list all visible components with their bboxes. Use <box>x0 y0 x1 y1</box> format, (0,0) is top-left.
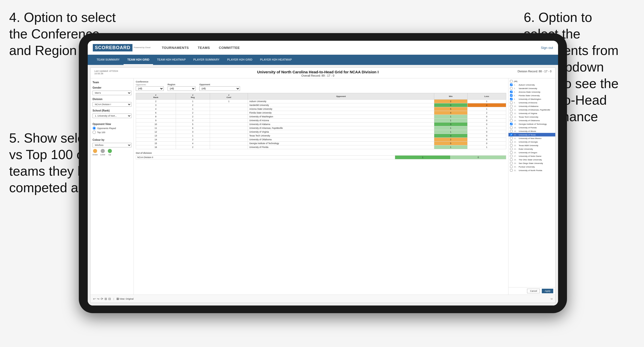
list-item[interactable]: 13.Texas Tech University <box>508 115 555 119</box>
cell-win: 0 <box>434 103 467 107</box>
cell-conf <box>210 130 248 134</box>
cell-reg: 3 <box>176 119 210 122</box>
cell-reg: 1 <box>176 107 210 111</box>
cell-conf <box>210 111 248 115</box>
list-item[interactable]: 6.Florida State University <box>508 94 555 97</box>
list-item[interactable]: 8.University of Washington <box>508 97 555 101</box>
cell-conf: 1 <box>210 100 248 103</box>
division-select[interactable]: NCAA Division I <box>93 102 131 107</box>
list-item[interactable]: 18.University of Illinois <box>508 129 555 133</box>
dropdown-list[interactable]: (All)2.Auburn University3.Vanderbilt Uni… <box>508 78 555 287</box>
cell-win: 1 <box>434 130 467 134</box>
cell-rank: 12 <box>136 130 176 134</box>
list-item[interactable]: 16.University of Florida <box>508 126 555 129</box>
cell-opponent: Arizona State University <box>248 107 434 111</box>
cell-rank: 8 <box>136 115 176 119</box>
cell-reg: 1 <box>176 134 210 138</box>
table-row: 13 1 Texas Tech University 3 0 <box>136 134 506 138</box>
paste-icon[interactable]: ⊟ <box>108 297 111 301</box>
refresh-icon[interactable]: ⟳ <box>101 297 103 301</box>
list-item[interactable]: 30.Purdue University <box>508 165 555 169</box>
colour-by-select[interactable]: Win/loss <box>93 143 131 147</box>
list-item[interactable]: 10.University of Alabama <box>508 104 555 108</box>
cell-conf <box>210 122 248 126</box>
h2h-table: #Rank #Reg #Conf Opponent Win Loss 2 1 <box>136 93 506 149</box>
cancel-button[interactable]: Cancel <box>527 289 540 293</box>
gender-select[interactable]: Men's <box>93 91 131 95</box>
school-label: School (Rank) <box>93 109 131 112</box>
colour-legend: Down Level Up <box>93 149 131 156</box>
cell-win: 1 <box>434 145 467 149</box>
copy-icon[interactable]: ⊞ <box>104 297 107 301</box>
list-item[interactable]: 4.Arizona State University <box>508 90 555 94</box>
team-label: Team <box>93 81 131 84</box>
radio-top-100[interactable]: Top 100 <box>93 131 131 134</box>
list-item[interactable]: 2.Auburn University <box>508 83 555 87</box>
school-select[interactable]: 1. University of Nort... <box>93 114 131 118</box>
table-row: 8 2 University of Washington 1 0 <box>136 115 506 119</box>
list-item[interactable]: 27.University of Notre Dame <box>508 154 555 158</box>
div-win: 1 <box>395 156 451 159</box>
col-opponent: Opponent <box>248 93 434 100</box>
region-select[interactable]: (All) <box>168 86 196 91</box>
col-rank: #Rank <box>136 93 176 100</box>
cell-win: 5 <box>434 107 467 111</box>
nav-teams[interactable]: TEAMS <box>198 46 210 50</box>
dashboard-title: University of North Carolina Head-to-Hea… <box>257 70 379 74</box>
cell-loss: 0 <box>467 119 506 122</box>
last-updated: Last Updated: 4/7/202416:55:38 <box>94 70 118 75</box>
cell-rank: 14 <box>136 138 176 142</box>
cell-rank: 9 <box>136 119 176 122</box>
apply-button[interactable]: Apply <box>542 289 553 293</box>
cell-loss: 1 <box>467 100 506 103</box>
undo-icon[interactable]: ↩ <box>93 297 96 301</box>
table-row: 10 5 University of Alabama 3 0 <box>136 122 506 126</box>
nav-tournaments[interactable]: TOURNAMENTS <box>162 46 189 50</box>
opponent-select[interactable]: (All) <box>199 86 240 91</box>
cell-opponent: Texas Tech University <box>248 134 434 138</box>
cell-loss: 0 <box>467 130 506 134</box>
list-item[interactable]: 12.University of Virginia <box>508 112 555 115</box>
list-item[interactable]: 31.University of North Florida <box>508 169 555 172</box>
legend-up-label: Up <box>108 154 111 156</box>
subnav-player-h2h-grid[interactable]: PLAYER H2H GRID <box>223 55 256 65</box>
list-item[interactable]: 24.Duke University <box>508 147 555 151</box>
subnav-team-h2h-heatmap[interactable]: TEAM H2H HEATMAP <box>153 55 189 65</box>
sign-out-button[interactable]: Sign out <box>541 46 553 50</box>
list-item[interactable]: 3.Vanderbilt University <box>508 87 555 90</box>
list-item[interactable]: 22.University of Georgia <box>508 140 555 144</box>
cell-reg: 2 <box>176 138 210 142</box>
list-item[interactable]: 11.University of Arkansas, Fayetteville <box>508 108 555 112</box>
table-row: 6 2 Florida State University 4 2 <box>136 111 506 115</box>
list-item[interactable]: 15.Georgia Institute of Technology <box>508 122 555 126</box>
table-row: 16 2 University of Florida 1 1 <box>136 145 506 149</box>
cell-loss: 0 <box>467 115 506 119</box>
legend-down-label: Down <box>93 154 98 156</box>
cell-reg: 5 <box>176 122 210 126</box>
cell-loss: 1 <box>467 126 506 130</box>
subnav-player-summary[interactable]: PLAYER SUMMARY <box>189 55 223 65</box>
nav-committee[interactable]: COMMITTEE <box>219 46 240 50</box>
redo-icon[interactable]: ↪ <box>97 297 99 301</box>
region-filter-label: Region <box>168 83 196 86</box>
subnav-team-summary[interactable]: TEAM SUMMARY <box>93 55 124 65</box>
subnav-player-h2h-heatmap[interactable]: PLAYER H2H HEATMAP <box>256 55 296 65</box>
list-item[interactable]: 23.Texas A&M University <box>508 144 555 147</box>
right-dropdown-panel: (All)2.Auburn University3.Vanderbilt Uni… <box>508 78 555 295</box>
opponent-filter-label: Opponent <box>199 83 240 86</box>
list-item[interactable]: 25.University of Oregon <box>508 151 555 154</box>
conference-select[interactable]: (All) <box>136 86 164 91</box>
nav-items: TOURNAMENTS TEAMS COMMITTEE <box>162 46 541 50</box>
cell-win: 2 <box>434 100 467 103</box>
list-item[interactable]: 29.San Diego State University <box>508 161 555 165</box>
col-loss: Loss <box>467 93 506 100</box>
list-item[interactable]: 9.University of Arizona <box>508 101 555 104</box>
list-item[interactable]: 14.University of Oklahoma <box>508 119 555 122</box>
list-item[interactable]: 20.University of Texas <box>508 133 555 136</box>
radio-opponents-played[interactable]: Opponents Played <box>93 127 131 130</box>
subnav-team-h2h-grid[interactable]: TEAM H2H GRID <box>124 55 153 65</box>
dropdown-item-all[interactable]: (All) <box>508 79 555 83</box>
opponent-filter-group: Opponent (All) <box>199 83 240 91</box>
list-item[interactable]: 28.The Ohio State University <box>508 158 555 161</box>
list-item[interactable]: 21.University of New Mexico <box>508 136 555 140</box>
